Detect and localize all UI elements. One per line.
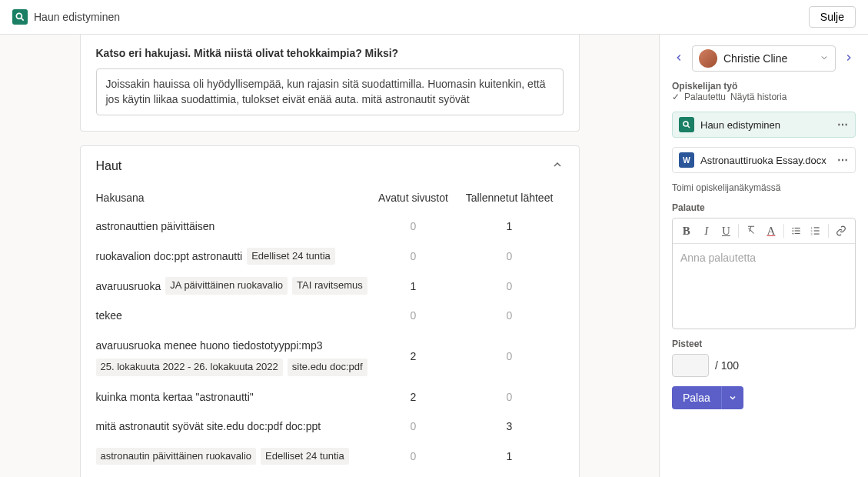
svg-point-0 [16,13,22,18]
svg-rect-13 [814,227,820,228]
show-history-link[interactable]: Näytä historia [730,92,787,102]
points-label: Pisteet [672,339,856,349]
svg-point-6 [792,233,793,235]
svg-rect-15 [814,234,820,235]
clear-format-button[interactable] [742,222,760,240]
reflection-answer: Joissakin hauissa oli hyödyllisempää, ku… [96,68,564,115]
svg-rect-8 [794,230,800,231]
search-term: ruokavalion doc:ppt astronautti [96,248,243,265]
svg-rect-9 [794,233,800,234]
saved-count: 1 [456,220,564,232]
numbered-list-button[interactable]: 123 [806,222,825,240]
return-button[interactable]: Palaa [672,386,721,409]
search-term: avaruusruoka [96,278,161,295]
search-row[interactable]: tekee00 [96,301,564,330]
svg-line-3 [688,126,690,128]
more-icon[interactable]: ⋯ [837,118,849,131]
filter-chip: Edelliset 24 tuntia [261,448,349,465]
sites-count: 2 [371,391,456,403]
student-name: Christie Cline [723,52,813,65]
sites-count: 1 [371,280,456,292]
saved-count: 0 [456,391,564,403]
act-as-student-link[interactable]: Toimi opiskelijanäkymässä [672,182,856,193]
search-term: tekee [96,307,122,324]
saved-count: 0 [456,350,564,362]
reflection-question: Katso eri hakujasi. Mitkä niistä olivat … [96,47,564,59]
saved-count: 0 [456,280,564,292]
filter-chip: TAI ravitsemus [292,277,367,295]
col-term-header: Hakusana [96,192,371,204]
feedback-editor[interactable]: B I U A 123 [672,218,856,329]
more-icon[interactable]: ⋯ [837,154,849,166]
filter-chip: site.edu doc:pdf [288,359,367,376]
saved-count: 1 [456,450,564,462]
file-essay-docx[interactable]: W Astronauttiruoka Essay.docx ⋯ [672,147,856,173]
chevron-down-icon [820,52,829,65]
svg-point-4 [792,228,793,229]
student-selector[interactable]: Christie Cline [692,45,836,72]
bulleted-list-button[interactable] [787,222,806,240]
sites-count: 0 [371,250,456,262]
search-row[interactable]: ruokavalion doc:ppt astronauttiEdelliset… [96,242,564,272]
search-row[interactable]: astronauttien päivittäisen01 [96,212,564,241]
sidebar: Christie Cline Opiskelijan työ ✓ Palaute… [659,35,868,477]
file-name: Astronauttiruoka Essay.docx [700,155,831,166]
bold-button[interactable]: B [677,222,696,240]
saved-count: 0 [456,250,564,262]
page-title: Haun edistyminen [34,11,120,23]
search-row[interactable]: astronautin päivittäinen ruokavalioEdell… [96,442,564,472]
search-row[interactable]: avaruusruokaJA päivittäinen ruokavalioTA… [96,271,564,301]
svg-text:3: 3 [811,232,813,236]
svg-rect-7 [794,228,800,228]
sites-count: 0 [371,309,456,322]
feedback-label: Palaute [672,202,856,213]
saved-count: 3 [456,420,564,432]
file-name: Haun edistyminen [700,119,831,131]
search-row[interactable]: mitä astronautit syövät site.edu doc:pdf… [96,412,564,441]
return-split-button[interactable] [721,386,743,409]
file-search-progress[interactable]: Haun edistyminen ⋯ [672,112,856,138]
search-progress-icon [679,117,694,132]
svg-point-5 [792,230,793,232]
close-button[interactable]: Sulje [809,6,856,28]
search-term: astronauttien päivittäisen [96,218,215,235]
col-sites-header: Avatut sivustot [371,192,456,204]
feedback-textarea[interactable]: Anna palautetta [673,244,855,329]
prev-student-button[interactable] [672,51,686,67]
search-progress-icon [12,9,28,25]
next-student-button[interactable] [842,51,856,67]
search-row[interactable]: doc:pptViimeiset 24 tuntia astronautin p… [96,471,564,477]
underline-button[interactable]: U [717,222,736,240]
svg-rect-14 [814,230,820,231]
filter-chip: astronautin päivittäinen ruokavalio [96,448,257,465]
avatar [699,49,717,68]
sites-count: 2 [371,350,456,362]
svg-point-2 [683,122,688,126]
reflection-card: Katso eri hakujasi. Mitkä niistä olivat … [80,35,580,132]
link-button[interactable] [832,222,850,240]
italic-button[interactable]: I [697,222,716,240]
collapse-toggle[interactable] [551,158,564,173]
col-saved-header: Tallennetut lähteet [456,192,564,204]
filter-chip: 25. lokakuuta 2022 - 26. lokakuuta 2022 [96,359,283,376]
svg-line-1 [22,18,24,21]
points-input[interactable] [672,354,709,377]
sites-count: 0 [371,220,456,232]
student-work-label: Opiskelijan työ [672,81,856,92]
filter-chip: JA päivittäinen ruokavalio [165,277,288,295]
searches-card: Haut Hakusana Avatut sivustot Tallennetu… [80,145,580,477]
check-icon: ✓ [672,92,680,102]
sites-count: 0 [371,420,456,432]
table-header: Hakusana Avatut sivustot Tallennetut läh… [96,188,564,212]
topbar: Haun edistyminen Sulje [0,0,868,35]
word-icon: W [679,152,694,168]
points-max: / 100 [715,359,739,372]
filter-chip: Edelliset 24 tuntia [247,248,335,265]
search-row[interactable]: kuinka monta kertaa "astronautti"20 [96,382,564,412]
search-term: avaruusruoka menee huono tiedostotyyppi:… [96,337,323,354]
feedback-toolbar: B I U A 123 [673,218,855,244]
search-term: mitä astronautit syövät site.edu doc:pdf… [96,418,321,435]
search-row[interactable]: avaruusruoka menee huono tiedostotyyppi:… [96,331,564,382]
font-color-button[interactable]: A [762,222,780,240]
sites-count: 0 [371,450,456,462]
